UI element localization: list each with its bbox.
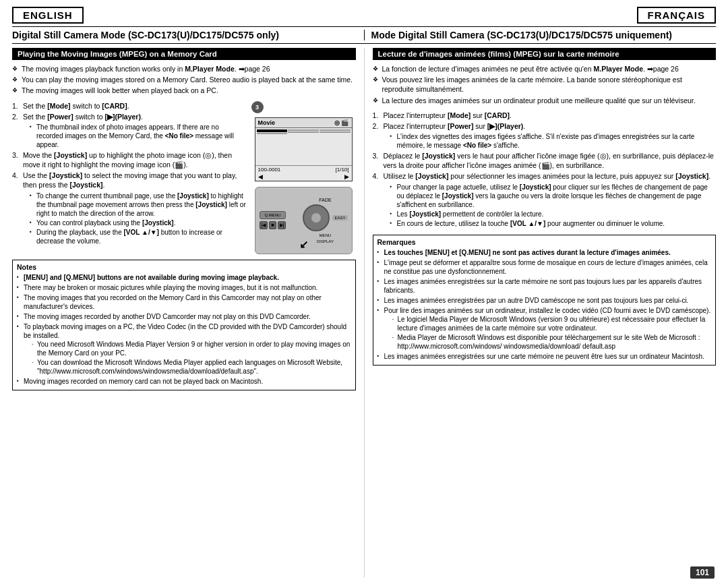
prev-btn: |◀ [260,221,268,229]
playback-controls: |◀ ■ ▶| [260,221,286,229]
display-label: DISPLAY [317,239,334,243]
title-left: Digital Still Camera Mode (SC-DC173(U)/D… [12,30,365,40]
english-num-list: 1. Set the [Mode] switch to [CARD]. 2. S… [12,101,247,245]
camera-imagery: 3 Movie ◎ 🎬 [251,101,356,254]
fr-sub-note: Media Player de Microsoft Windows est di… [391,333,712,351]
fr-sub-item: Les [Joystick] permettent de contrôler l… [390,210,717,218]
note-item: There may be broken or mosaic pictures w… [17,283,351,292]
movie-top-bar: Movie ◎ 🎬 [255,118,352,128]
movie-nav: 100-0001 [1/10] [255,165,352,173]
notes-title: Notes [17,263,351,271]
remarque-sub-list: Le logiciel Media Player de Microsoft Wi… [384,315,712,351]
left-arrow-icon: ◀ [258,173,263,180]
fr-sub-item: En cours de lecture, utilisez la touche … [390,219,717,228]
easy-btn: EASY [332,215,347,221]
sub-note: You can download the Microsoft Windows M… [30,358,351,376]
fr-step-3: 3. Déplacez le [Joystick] vers le haut p… [373,151,717,170]
fr-sub-note: Le logiciel Media Player de Microsoft Wi… [391,315,712,332]
thumb-5 [288,132,319,133]
note-item: The moving images that you recorded on t… [17,293,351,311]
arrow-indicator: ↙ [299,238,308,251]
fr-step-1: 1. Placez l'interrupteur [Mode] sur [CAR… [373,111,717,120]
english-section-header: Playing the Moving Images (MPEG) on a Me… [12,48,356,60]
notes-box: Notes [MENU] and [Q.MENU] buttons are no… [12,260,356,390]
francais-bullets: La fonction de lecture d'images animées … [373,64,717,107]
stop-btn: ■ [269,221,276,229]
bullet-item: The moving images will look better when … [12,86,356,95]
note-item: To playback moving images on a PC, the V… [17,322,351,376]
step-2: 2. Set the [Power] switch to [▶](Player)… [12,112,247,149]
sub-item: To change the current thumbnail page, us… [30,192,247,218]
step-2-sub: The thumbnail index of photo images appe… [23,123,247,149]
remarques-box: Remarques Les touches [MENU] et [Q.MENU]… [373,235,717,366]
fr-bullet-item: La lecture des images animées sur un ord… [373,96,717,105]
page: ENGLISH FRANÇAIS Digital Still Camera Mo… [0,0,728,584]
remarque-item: Les images animées enregistrées sur une … [377,352,712,361]
fr-bullet-item: Vous pouvez lire les images animées de l… [373,75,717,94]
francais-section-header: Lecture de d'images animées (films) (MPE… [373,48,717,60]
fr-sub-item: L'index des vignettes des images figées … [390,132,717,150]
movie-code: 100-0001 [258,167,281,173]
bullet-item: You can play the moving images stored on… [12,75,356,84]
qmenu-btn: Q.MENU [260,211,286,219]
fr-step-2: 2. Placez l'interrupteur [Power] sur [▶]… [373,121,717,150]
english-column: Playing the Moving Images (MPEG) on a Me… [12,48,365,577]
english-bullets: The moving images playback function work… [12,64,356,97]
note-item: [MENU] and [Q.MENU] buttons are not avai… [17,273,351,282]
sub-item: During the playback, use the [VOL ▲/▼] b… [30,228,247,245]
fr-step-4: 4. Utilisez le [Joystick] pour sélection… [373,171,717,227]
sub-note: You need Microsoft Windows Media Player … [30,340,351,357]
camera-body: Q.MENU |◀ ■ ▶| FADE [255,187,353,254]
fr-sub-item: Pour changer la page actuelle, utilisez … [390,183,717,209]
joystick [303,204,330,231]
remarque-item: Les images animées enregistrées par un a… [377,296,712,305]
camera-left-controls: Q.MENU |◀ ■ ▶| [260,211,286,229]
right-arrow-icon: ▶ [344,173,349,180]
title-row: Digital Still Camera Mode (SC-DC173(U)/D… [12,26,716,44]
easy-label-area: EASY [332,215,347,221]
remarque-item: Les images animées enregistrées sur la c… [377,277,712,295]
step-3: 3. Move the [Joystick] up to highlight t… [12,150,247,169]
sub-item: The thumbnail index of photo images appe… [30,123,247,149]
content-row: Playing the Moving Images (MPEG) on a Me… [12,48,716,577]
movie-grid [255,128,352,165]
remarques-list: Les touches [MENU] et [Q.MENU] ne sont p… [377,248,712,361]
menu-label: MENU [320,233,332,237]
movie-icons: ◎ 🎬 [334,119,349,126]
notes-list: [MENU] and [Q.MENU] buttons are not avai… [17,273,351,386]
thumb-3 [320,129,351,131]
camera-center-controls: FADE EASY MENU DI [303,198,347,243]
remarque-item: Pour lire des images animées sur un ordi… [377,306,712,351]
fr-step-4-sub: Pour changer la page actuelle, utilisez … [384,183,717,228]
thumb-2 [288,129,319,131]
title-right: Mode Digital Still Camera (SC-DC173(U)/D… [365,30,717,40]
fade-label: FADE [319,198,331,202]
note-item: Moving images recorded on memory card ca… [17,377,351,386]
steps-and-camera: 1. Set the [Mode] switch to [CARD]. 2. S… [12,101,356,254]
step-4-sub: To change the current thumbnail page, us… [23,192,247,245]
sub-item: You can control playback using the [Joys… [30,218,247,227]
francais-label: FRANÇAIS [637,7,717,24]
english-steps: 1. Set the [Mode] switch to [CARD]. 2. S… [12,101,247,254]
page-number: 101 [690,566,715,579]
step-4: 4. Use the [Joystick] to select the movi… [12,171,247,245]
movie-label: Movie [258,119,276,126]
bullet-item: The moving images playback function work… [12,64,356,74]
note-item: The moving images recorded by another DV… [17,312,351,321]
english-label: ENGLISH [12,7,84,24]
movie-page: [1/10] [335,167,348,173]
fr-bullet-item: La fonction de lecture d'images animées … [373,64,717,74]
play-btn: ▶| [278,221,286,229]
note-sub-list: You need Microsoft Windows Media Player … [24,340,351,376]
remarque-item: L'image peut se déformer et apparaître s… [377,258,712,276]
movie-arrows: ◀ ▶ [255,173,352,180]
step3-indicator: 3 [251,101,264,115]
francais-steps: 1. Placez l'interrupteur [Mode] sur [CAR… [373,111,717,229]
remarques-title: Remarques [377,238,712,246]
remarque-item: Les touches [MENU] et [Q.MENU] ne sont p… [377,248,712,257]
fr-step-2-sub: L'index des vignettes des images figées … [384,132,717,150]
thumb-1 [257,129,288,132]
step-1: 1. Set the [Mode] switch to [CARD]. [12,101,247,111]
thumb-6 [320,132,351,133]
lang-header: ENGLISH FRANÇAIS [12,7,716,24]
